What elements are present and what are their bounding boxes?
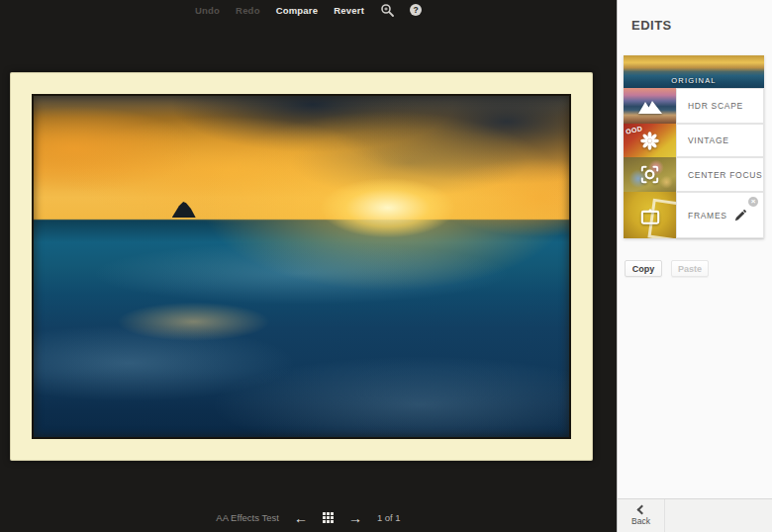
vintage-thumbnail: OOD [624,124,676,157]
layer-label-original: ORIGINAL [671,76,716,85]
mountains-icon [638,98,662,114]
edits-title: EDITS [631,18,772,33]
back-button[interactable]: Back [618,499,665,532]
layer-label-center-focus: CENTER FOCUS [677,170,762,180]
sidebar-footer: Back [618,498,772,532]
album-title: AA Effects Test [216,512,279,523]
center-focus-card: CENTER FOCUS [676,157,764,192]
layer-vintage[interactable]: OOD [624,124,764,157]
back-label: Back [631,516,650,526]
paste-button[interactable]: Paste [671,260,709,277]
layer-original[interactable]: ORIGINAL [624,55,764,88]
center-focus-thumbnail [624,157,676,192]
chevron-left-icon [637,504,647,514]
edit-frames-pencil-icon[interactable] [734,210,746,222]
editor-canvas: Undo Redo Compare Revert ? AA Effects T [0,0,617,532]
filmstrip-bar: AA Effects Test ← → 1 of 1 [0,512,617,523]
layer-label-frames: FRAMES [677,211,727,221]
grid-view-icon[interactable] [323,512,334,523]
remove-frames-icon[interactable]: × [748,197,758,207]
copy-button[interactable]: Copy [625,260,662,277]
top-toolbar: Undo Redo Compare Revert ? [0,0,617,20]
flower-icon [639,131,660,151]
hdr-scape-card: HDR SCAPE [676,88,764,124]
picture-frame-icon [639,206,661,225]
redo-button[interactable]: Redo [236,5,260,16]
frames-card: × FRAMES [676,192,764,238]
layer-hdr-scape[interactable]: HDR SCAPE [624,88,764,124]
zoom-magnifier-icon[interactable] [380,3,394,17]
island-silhouette [172,202,196,218]
layer-frames[interactable]: × FRAMES [624,192,764,238]
framed-photo [10,72,593,461]
compare-button[interactable]: Compare [276,5,319,16]
next-photo-arrow-icon[interactable]: → [348,513,362,523]
photo-sunset-ocean [32,94,571,439]
edits-sidebar: EDITS ORIGINAL HDR SCAPE OOD [617,0,772,532]
center-focus-icon [639,164,660,185]
prev-photo-arrow-icon[interactable]: ← [294,513,308,523]
help-icon[interactable]: ? [410,4,422,16]
copy-paste-group: Copy Paste [625,260,709,277]
edit-stack: ORIGINAL HDR SCAPE OOD [624,55,764,238]
layer-label-vintage: VINTAGE [677,135,729,145]
hdr-scape-thumbnail [624,88,676,124]
frames-thumbnail [624,192,676,238]
photo-counter: 1 of 1 [377,512,401,523]
vintage-card: VINTAGE [676,124,764,157]
layer-center-focus[interactable]: CENTER FOCUS [624,157,764,192]
photo-editor-app: Undo Redo Compare Revert ? AA Effects T [0,0,772,532]
layer-label-hdr-scape: HDR SCAPE [677,101,743,111]
revert-button[interactable]: Revert [334,5,364,16]
undo-button[interactable]: Undo [195,5,220,16]
